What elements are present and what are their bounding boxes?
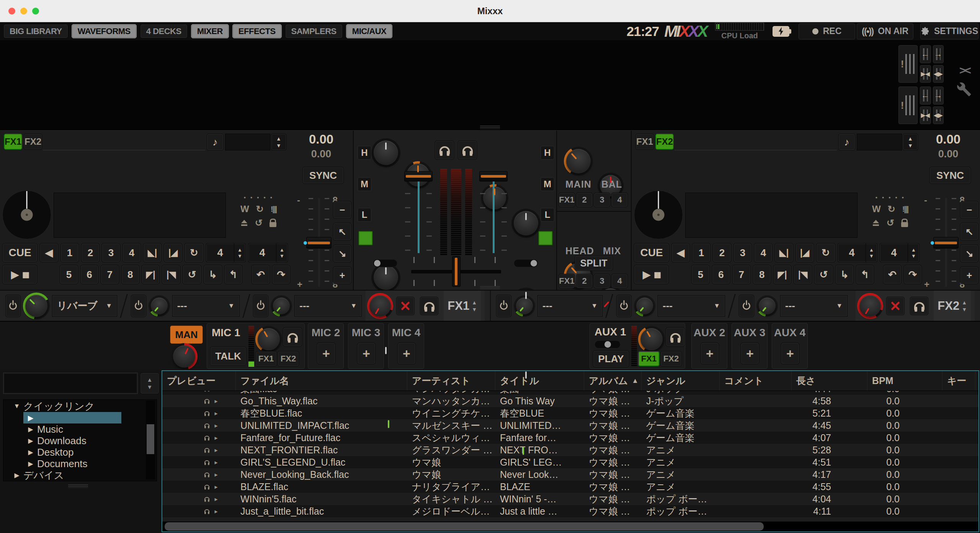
nudge-up-button[interactable]: ↖: [333, 223, 351, 240]
quick-effect-enable-ch2[interactable]: [538, 231, 553, 245]
hotcue-8-button[interactable]: 8: [121, 265, 139, 284]
main-fx2-button[interactable]: 2: [576, 193, 593, 207]
hotcue-6-button[interactable]: 6: [80, 265, 98, 284]
sync-button[interactable]: SYNC: [929, 167, 971, 184]
sidebar-splitter-handle[interactable]: [68, 484, 88, 488]
eject-icon[interactable]: [872, 220, 880, 226]
tree-scrollbar-thumb[interactable]: [147, 424, 154, 454]
beats-later-button[interactable]: →: [933, 45, 944, 64]
spinner-up-icon[interactable]: ▲: [962, 300, 967, 305]
spinner-up-icon[interactable]: ▲: [237, 247, 242, 252]
effect-power-button[interactable]: [131, 295, 146, 317]
pitch-handle[interactable]: [933, 237, 959, 249]
beats-faster-button[interactable]: ▶◀: [920, 106, 931, 125]
minimize-window-icon[interactable]: [20, 8, 27, 15]
tree-expand-icon[interactable]: ▼: [10, 402, 23, 410]
spinner-up-icon[interactable]: ▲: [472, 300, 477, 305]
repeat-icon[interactable]: ↻: [256, 204, 264, 214]
beatjump-back-button[interactable]: ↰: [224, 265, 242, 284]
beatloop-size-spinner[interactable]: 4 ▲▼: [838, 243, 877, 262]
mix-mode-button[interactable]: [396, 297, 415, 315]
main-volume-knob[interactable]: [566, 149, 591, 173]
column-header[interactable]: キー: [942, 371, 975, 391]
effect-power-button[interactable]: [5, 295, 21, 317]
spinner-down-icon[interactable]: ▼: [237, 253, 242, 258]
preview-cell[interactable]: ▸: [162, 446, 236, 454]
tree-item[interactable]: ▶ デバイス: [3, 469, 157, 481]
effect-power-button[interactable]: [739, 295, 754, 317]
tree-item[interactable]: ▶ Documents: [3, 458, 157, 469]
beatjump-forward-button[interactable]: ↳: [835, 265, 853, 284]
column-header[interactable]: タイトル: [495, 371, 584, 391]
preview-cell[interactable]: ▸: [162, 434, 236, 441]
key-spinner[interactable]: ▲▼: [903, 134, 918, 150]
rate-up-button[interactable]: +: [960, 266, 978, 284]
pitch-slider[interactable]: - 8 + 8: [936, 198, 956, 287]
beats-slower-button[interactable]: ◀▶: [933, 65, 944, 83]
nudge-down-button[interactable]: ↘: [960, 245, 978, 262]
effect-selector[interactable]: ---▼: [537, 295, 603, 317]
tree-item[interactable]: ▶ Downloads: [3, 435, 157, 446]
pfl-headphone-button-ch2[interactable]: [458, 141, 477, 160]
effect-selector[interactable]: ---▼: [780, 295, 848, 317]
effect-meta-knob[interactable]: [25, 295, 47, 317]
headphone-mix-knob[interactable]: [599, 288, 622, 311]
super-knob[interactable]: [859, 295, 881, 317]
eq-mid-knob-ch1[interactable]: [374, 265, 398, 290]
slip-mode-icon[interactable]: W: [872, 204, 881, 214]
balance-knob[interactable]: [600, 175, 621, 196]
track-row[interactable]: ▸ UNLIMITED_IMPACT.flac マルゼンスキー … UNLIMI…: [162, 419, 978, 432]
spinner-down-icon[interactable]: ▼: [472, 307, 477, 312]
tools-icon[interactable]: [956, 82, 972, 97]
back-button[interactable]: ◀: [40, 243, 58, 262]
cue-button[interactable]: CUE: [634, 243, 669, 262]
preview-play-icon[interactable]: ▸: [214, 391, 217, 392]
view-toggle-button[interactable]: 4 DECKS: [140, 24, 188, 38]
library-expand-icon[interactable]: ▲▼: [140, 373, 159, 394]
track-row[interactable]: ▸ Never_Looking_Back.flac ウマ娘 Never Look…: [162, 468, 978, 481]
broadcast-button[interactable]: ((•)) ON AIR: [857, 23, 913, 39]
effect-meta-knob[interactable]: [273, 298, 290, 314]
musical-key-note-icon[interactable]: ♪: [838, 134, 855, 150]
vinyl-spinner[interactable]: [2, 190, 51, 239]
column-header[interactable]: ファイル名: [236, 371, 407, 391]
pitch-slider[interactable]: - 8 + 8: [309, 198, 329, 287]
rate-down-button[interactable]: −: [333, 201, 351, 219]
tree-expand-icon[interactable]: ▶: [10, 471, 23, 479]
spinner-down-icon[interactable]: ▼: [869, 253, 874, 258]
preview-play-icon[interactable]: ▸: [214, 459, 217, 466]
splitter-handle[interactable]: [480, 126, 500, 129]
undo-loop-button[interactable]: ↶: [883, 265, 901, 284]
loop-double-button[interactable]: |◥: [794, 265, 812, 284]
horizontal-scrollbar[interactable]: [162, 522, 978, 531]
track-row[interactable]: ▸ Go_This_Way.flac マンハッタンカ… Go This Way …: [162, 395, 978, 407]
eq-high-knob-ch2[interactable]: [514, 211, 538, 235]
tree-item[interactable]: ▶: [3, 412, 157, 423]
spinner-down-icon[interactable]: ▼: [276, 143, 281, 148]
collapse-waveforms-icon[interactable]: ><: [959, 64, 970, 77]
close-window-icon[interactable]: [8, 8, 15, 15]
beatgrid-adjust-button[interactable]: !: [898, 86, 918, 124]
loop-in-button[interactable]: ◣|: [775, 243, 793, 262]
track-overview[interactable]: [54, 193, 226, 238]
effect-selector[interactable]: ---▼: [294, 295, 362, 317]
track-row[interactable]: ▸ 楽園.flac マンハッタンカ… 楽園 ウマ娘 … J-ポップ 4:44 0…: [162, 391, 978, 395]
reloop-icon[interactable]: ↺: [255, 217, 263, 228]
unit-label-area[interactable]: FX1 ▲▼: [444, 291, 481, 321]
loop-out-button[interactable]: |◢: [795, 243, 814, 262]
aux1-play-button[interactable]: PLAY: [593, 350, 629, 367]
preview-cell[interactable]: ▸: [162, 507, 236, 515]
column-header[interactable]: 長さ: [792, 371, 867, 391]
crossfader[interactable]: [411, 256, 501, 287]
quantize-icon[interactable]: !|||: [271, 205, 276, 214]
add-aux-button[interactable]: +: [701, 343, 719, 364]
musical-key-note-icon[interactable]: ♪: [207, 134, 224, 150]
spinner-up-icon[interactable]: ▲: [908, 136, 913, 141]
add-mic-button[interactable]: +: [397, 343, 416, 364]
hotcue-3-button[interactable]: 3: [102, 243, 120, 262]
track-row[interactable]: ▸ NEXT_FRONTIER.flac グラスワンダー … NEXT FRO……: [162, 444, 978, 456]
loop-halve-button[interactable]: ◤|: [142, 265, 160, 284]
mic1-pfl-button[interactable]: [283, 327, 302, 347]
effect-power-button[interactable]: [253, 295, 268, 317]
preview-cell[interactable]: ▸: [162, 483, 236, 490]
